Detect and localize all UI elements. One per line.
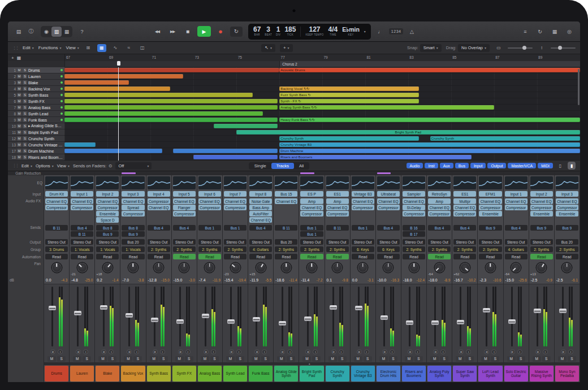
input-monitor-button[interactable]: I (415, 349, 420, 354)
record-enable-button[interactable]: R (357, 349, 362, 354)
solo-button[interactable]: S (23, 136, 27, 141)
browsers-icon[interactable]: ▦ (550, 27, 560, 37)
track-header[interactable]: 9MSFunk Bass (8, 117, 64, 123)
volume-fader[interactable] (355, 306, 362, 310)
audio-fx-slot[interactable]: Bass Amp (249, 205, 272, 210)
mute-button[interactable]: M (17, 80, 21, 85)
automation-slot[interactable]: Read (326, 254, 349, 259)
solo-button[interactable]: S (23, 68, 27, 72)
track-header[interactable]: 13MSCrunchy Vintage B3 (8, 142, 64, 148)
volume-fader[interactable] (126, 313, 133, 318)
mute-button[interactable]: M (17, 118, 21, 122)
eq-display[interactable] (95, 175, 120, 190)
solo-button[interactable]: S (23, 99, 27, 103)
channel-strip[interactable]: EFM1Channel EQCompressorEnsembleBus 9Ste… (478, 171, 503, 382)
pan-knob[interactable] (154, 263, 163, 272)
track-header[interactable]: 18MSRisers and Boomers (8, 154, 64, 161)
input-slot[interactable]: Ultrabeat (377, 191, 400, 197)
key-display[interactable]: E♭minKEY (342, 27, 360, 36)
eq-display[interactable] (248, 175, 273, 190)
region[interactable] (64, 93, 253, 97)
output-slot[interactable]: Stereo Out (45, 239, 68, 245)
filter-output-button[interactable]: Output (487, 163, 506, 168)
time-signature-display[interactable]: 4/4TIME (328, 26, 338, 37)
audio-fx-slot[interactable]: Flanger (173, 205, 196, 210)
region[interactable] (64, 68, 279, 72)
region[interactable]: Heavy Funk Bass ↻↻ (279, 118, 580, 122)
region[interactable]: Analog Synth Bass ↻↻ (279, 105, 494, 110)
channel-strip[interactable]: Input 2Channel EQCompressorEnsembleSpace… (95, 171, 120, 382)
solo-button[interactable]: S (23, 149, 27, 153)
input-slot[interactable]: RetroSyn (428, 191, 451, 197)
track-header[interactable]: 12MSCrunchy Synth (8, 136, 64, 142)
pan-knob[interactable] (128, 263, 138, 272)
send-slot[interactable]: Bus 9 (479, 225, 501, 231)
input-slot[interactable]: Input 2 (530, 191, 553, 197)
send-slot[interactable]: Bus 9 (556, 225, 578, 231)
channel-strip[interactable]: SamplerChannel EQSt-DelayCompressorB 16B… (401, 171, 427, 382)
track-header[interactable]: 3MSBlake (8, 80, 64, 86)
solo-button[interactable]: S (23, 105, 27, 110)
volume-fader[interactable] (330, 305, 337, 310)
pan-knob[interactable] (179, 263, 189, 272)
volume-fader[interactable] (202, 314, 209, 318)
record-enable-button[interactable]: R (153, 349, 158, 354)
solo-button[interactable]: S (23, 142, 27, 147)
output-slot[interactable]: Stereo Out (300, 239, 323, 245)
track-header[interactable]: 8MSSynth Lead (8, 111, 64, 117)
eq-display[interactable] (172, 175, 197, 190)
channel-strip[interactable]: Input 3Channel EQCompressorEnsembleBus 9… (555, 171, 580, 382)
region[interactable] (64, 74, 183, 79)
input-monitor-button[interactable]: I (339, 349, 344, 354)
pan-knob[interactable] (256, 263, 266, 272)
automation-slot[interactable]: Read (377, 254, 400, 259)
audio-fx-slot[interactable]: Channel EQ (275, 198, 297, 204)
eq-display[interactable] (452, 175, 477, 190)
automation-slot[interactable]: Read (505, 254, 528, 259)
output-slot[interactable]: Stereo Out (148, 239, 170, 245)
volume-fader[interactable] (100, 305, 107, 310)
output-slot[interactable]: Stereo Out (249, 239, 272, 245)
pan-knob[interactable] (383, 263, 393, 272)
audio-fx-slot[interactable]: AutoFilter (249, 211, 272, 216)
volume-fader[interactable] (381, 315, 388, 320)
mute-button[interactable]: M (17, 155, 21, 159)
channel-strip[interactable]: Input 1Channel EQCompressorBus 4Stereo O… (504, 171, 529, 382)
audio-fx-slot[interactable]: Channel EQ (71, 198, 93, 204)
audio-fx-slot[interactable]: Spread (122, 205, 144, 210)
volume-fader[interactable] (227, 319, 235, 324)
region[interactable] (173, 149, 278, 153)
audio-fx-slot[interactable]: Ensemble (556, 211, 578, 216)
automation-slot[interactable]: Read (71, 254, 93, 259)
eq-display[interactable] (401, 175, 426, 190)
automation-slot[interactable]: Read (352, 254, 374, 259)
group-slot[interactable]: 2: Synths (556, 246, 578, 252)
mute-button[interactable]: M (47, 356, 56, 362)
group-slot[interactable]: 2: Synths (173, 246, 196, 252)
solo-button[interactable]: S (23, 130, 27, 135)
eq-display[interactable] (555, 175, 580, 190)
solo-button[interactable]: S (23, 155, 27, 159)
automation-slot[interactable]: Read (428, 254, 451, 259)
audio-fx-slot[interactable]: Amp (428, 198, 451, 204)
volume-fader[interactable] (559, 309, 567, 313)
solo-button[interactable]: S (159, 356, 168, 362)
track-header[interactable]: 4MSBacking Vox (8, 86, 64, 92)
send-slot[interactable]: B 11 (71, 231, 93, 237)
solo-button[interactable]: S (236, 356, 244, 362)
channel-strip[interactable]: UltrabeatChannel EQCompressorBus 4Stereo… (376, 171, 401, 382)
input-slot[interactable]: Drum Kit (45, 191, 68, 197)
mute-button[interactable]: M (17, 142, 21, 147)
audio-fx-slot[interactable]: Compressor (173, 211, 196, 216)
audio-fx-slot[interactable]: Compressor (403, 211, 425, 216)
group-slot[interactable]: 2: Synths (326, 246, 349, 252)
input-slot[interactable]: Input 3 (556, 191, 578, 197)
output-slot[interactable]: Stereo Out (403, 239, 425, 245)
channel-name-plate[interactable]: Solo Electric Guitar (504, 366, 528, 382)
record-enable-button[interactable]: R (561, 349, 566, 354)
automation-slot[interactable]: Read (122, 254, 144, 259)
automation-slot[interactable]: Read (173, 254, 196, 259)
pan-knob[interactable] (562, 263, 572, 272)
mixer-options-menu[interactable]: Options▾ (36, 163, 54, 168)
audio-fx-slot[interactable]: Compressor (556, 205, 578, 210)
